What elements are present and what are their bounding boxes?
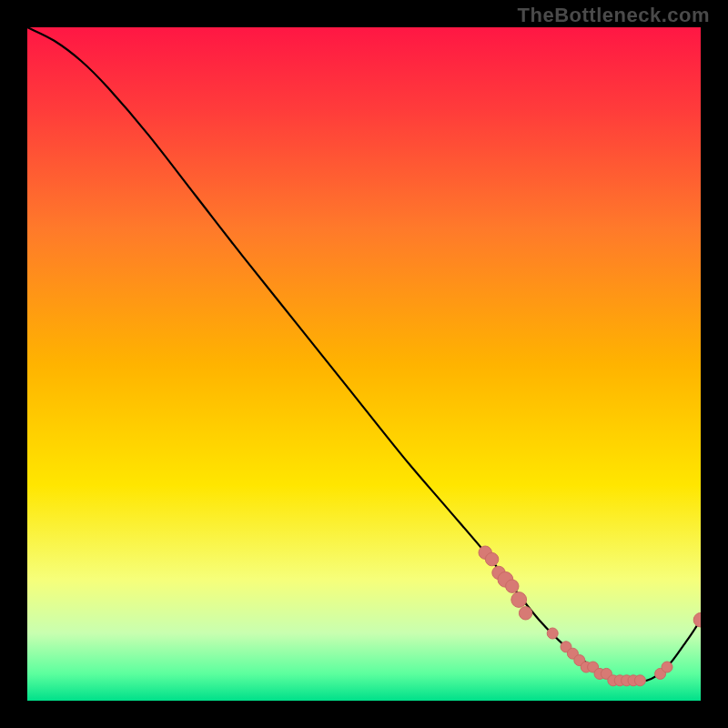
gradient-background <box>27 27 701 701</box>
data-marker <box>485 552 498 565</box>
data-marker <box>662 662 672 672</box>
data-marker <box>506 580 519 592</box>
data-marker <box>634 675 645 686</box>
data-marker <box>547 628 558 639</box>
data-marker <box>519 607 531 620</box>
watermark-text: TheBottleneck.com <box>518 4 710 27</box>
plot-svg <box>27 27 701 701</box>
data-marker <box>511 592 527 608</box>
chart-frame: TheBottleneck.com <box>0 0 728 728</box>
bottleneck-curve-plot <box>27 27 701 701</box>
